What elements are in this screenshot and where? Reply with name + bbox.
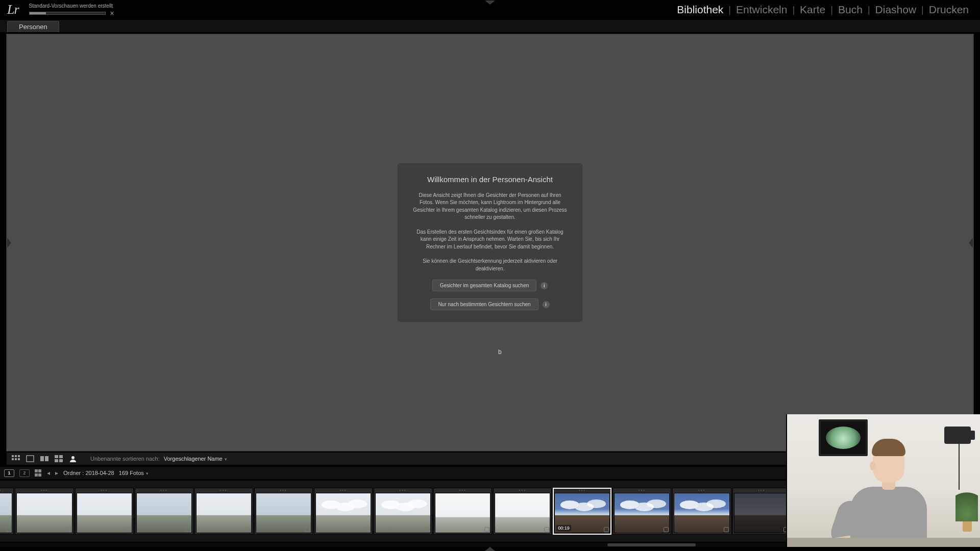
filmstrip-scrollbar-thumb[interactable] xyxy=(607,543,696,546)
grid-view-icon[interactable] xyxy=(11,455,21,463)
svg-marker-0 xyxy=(485,1,495,5)
dialog-title: Willkommen in der Personen-Ansicht xyxy=(411,175,569,184)
grid-source-icon[interactable] xyxy=(35,469,42,477)
people-welcome-dialog: Willkommen in der Personen-Ansicht Diese… xyxy=(398,164,582,322)
dialog-paragraph-2: Das Erstellen des ersten Gesichtsindex f… xyxy=(411,229,569,251)
title-bar: Lr Standard-Vorschauen werden erstellt ✕… xyxy=(0,0,980,19)
presenter xyxy=(833,435,945,547)
svg-rect-3 xyxy=(12,455,14,457)
left-panel-grip[interactable] xyxy=(7,236,12,250)
second-window-button[interactable]: 2 xyxy=(19,469,30,477)
svg-rect-7 xyxy=(15,458,17,460)
module-separator: | xyxy=(789,5,798,15)
module-drucken[interactable]: Drucken xyxy=(927,4,971,16)
filmstrip-thumbnail[interactable]: ••• xyxy=(314,488,373,535)
filmstrip-thumbnail[interactable]: •••00:19 xyxy=(553,488,611,535)
plant-prop xyxy=(955,486,978,532)
activity-indicator: Standard-Vorschauen werden erstellt ✕ xyxy=(29,3,114,17)
nav-forward-button[interactable]: ▸ xyxy=(55,469,58,477)
svg-rect-4 xyxy=(15,455,17,457)
view-tab-strip: Personen xyxy=(0,19,980,33)
info-icon[interactable]: i xyxy=(543,301,550,308)
compare-view-icon[interactable] xyxy=(39,455,50,463)
module-buch[interactable]: Buch xyxy=(836,4,865,16)
tab-personen[interactable]: Personen xyxy=(7,21,59,32)
main-content-area: Willkommen in der Personen-Ansicht Diese… xyxy=(6,34,974,452)
bottom-panel-collapse-grip[interactable] xyxy=(483,547,497,551)
filmstrip-thumbnail[interactable]: ••• xyxy=(75,488,134,535)
survey-view-icon[interactable] xyxy=(54,455,64,463)
svg-rect-9 xyxy=(27,456,34,462)
svg-rect-13 xyxy=(59,455,63,458)
people-view-icon[interactable] xyxy=(68,455,78,463)
filmstrip-thumbnail[interactable]: ••• xyxy=(0,488,14,535)
filmstrip-thumbnail[interactable]: ••• xyxy=(254,488,313,535)
filmstrip-thumbnail[interactable]: ••• xyxy=(194,488,253,535)
webcam-overlay xyxy=(786,414,980,547)
svg-rect-12 xyxy=(55,455,58,458)
svg-marker-1 xyxy=(7,238,11,248)
svg-rect-8 xyxy=(18,458,20,460)
filmstrip-thumbnail[interactable]: ••• xyxy=(15,488,74,535)
text-cursor: b xyxy=(498,348,502,356)
main-window-button[interactable]: 1 xyxy=(4,469,14,477)
svg-marker-17 xyxy=(485,547,495,551)
svg-rect-11 xyxy=(45,456,48,461)
module-bibliothek[interactable]: Bibliothek xyxy=(675,4,725,16)
activity-label: Standard-Vorschauen werden erstellt xyxy=(29,3,114,9)
svg-rect-14 xyxy=(55,459,58,462)
module-separator: | xyxy=(725,5,734,15)
filmstrip-thumbnail[interactable]: ••• xyxy=(612,488,671,535)
activity-close-button[interactable]: ✕ xyxy=(110,10,114,17)
top-panel-collapse-grip[interactable] xyxy=(483,0,497,5)
filmstrip-thumbnail[interactable]: ••• xyxy=(433,488,492,535)
module-entwickeln[interactable]: Entwickeln xyxy=(734,4,789,16)
svg-point-16 xyxy=(71,456,75,459)
module-picker: Bibliothek|Entwickeln|Karte|Buch|Diashow… xyxy=(675,4,980,16)
find-faces-as-needed-button[interactable]: Nur nach bestimmten Gesichtern suchen xyxy=(430,298,538,310)
camera-prop xyxy=(944,427,971,444)
svg-rect-6 xyxy=(12,458,14,460)
right-panel-grip[interactable] xyxy=(968,236,973,250)
module-karte[interactable]: Karte xyxy=(798,4,827,16)
svg-rect-5 xyxy=(18,455,20,457)
activity-progress-bar xyxy=(29,12,106,15)
app-logo: Lr xyxy=(0,2,26,17)
sort-value[interactable]: Vorgeschlagener Name▾ xyxy=(164,456,227,462)
find-faces-entire-catalog-button[interactable]: Gesichter im gesamten Katalog suchen xyxy=(432,280,537,291)
source-breadcrumb[interactable]: Ordner : 2018-04-28 169 Fotos▾ xyxy=(63,470,149,476)
dialog-paragraph-1: Diese Ansicht zeigt Ihnen die Gesichter … xyxy=(411,192,569,221)
svg-marker-2 xyxy=(969,238,973,248)
info-icon[interactable]: i xyxy=(541,282,548,289)
filmstrip-thumbnail[interactable]: ••• xyxy=(732,488,791,535)
module-diashow[interactable]: Diashow xyxy=(873,4,919,16)
nav-back-button[interactable]: ◂ xyxy=(47,469,50,477)
svg-rect-15 xyxy=(59,459,63,462)
filmstrip-thumbnail[interactable]: ••• xyxy=(672,488,731,535)
filmstrip-thumbnail[interactable]: ••• xyxy=(374,488,432,535)
filmstrip-thumbnail[interactable]: ••• xyxy=(493,488,552,535)
dialog-paragraph-3: Sie können die Gesichtserkennung jederze… xyxy=(411,258,569,272)
svg-rect-10 xyxy=(40,456,44,461)
loupe-view-icon[interactable] xyxy=(25,455,35,463)
module-separator: | xyxy=(865,5,873,15)
module-separator: | xyxy=(827,5,836,15)
filmstrip-thumbnail[interactable]: ••• xyxy=(135,488,193,535)
module-separator: | xyxy=(918,5,927,15)
sort-label: Unbenannte sortieren nach: xyxy=(90,456,160,462)
